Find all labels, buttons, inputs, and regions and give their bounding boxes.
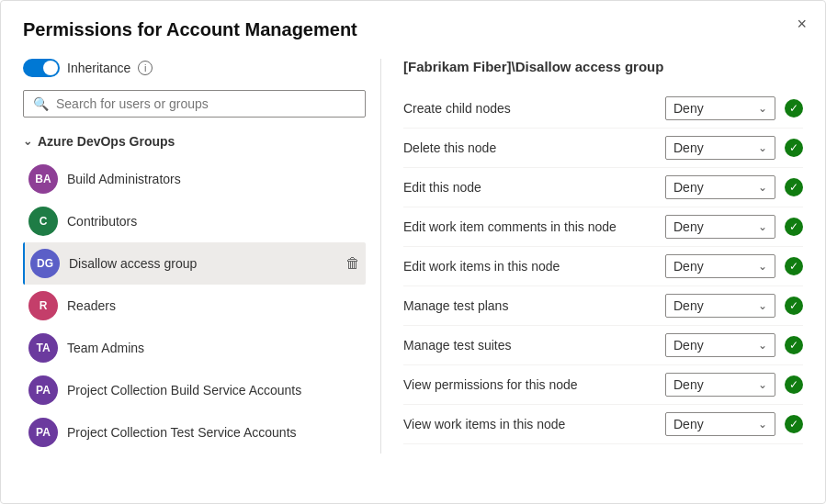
permission-label: Edit this node [403,180,665,195]
permission-value: Deny [673,219,704,234]
check-icon: ✓ [785,178,803,196]
permission-label: View work items in this node [403,417,665,431]
permission-dropdown[interactable]: Deny⌄ [665,373,775,397]
check-icon: ✓ [785,257,803,275]
permission-dropdown[interactable]: Deny⌄ [665,412,775,436]
group-name: Project Collection Build Service Account… [67,383,301,398]
avatar: TA [28,333,58,363]
permission-value: Deny [673,417,704,431]
permission-dropdown[interactable]: Deny⌄ [665,136,775,160]
chevron-down-icon: ⌄ [758,339,767,352]
group-item[interactable]: TATeam Admins [23,327,366,369]
right-panel: [Fabrikam Fiber]\Disallow access group C… [381,59,803,454]
left-panel: Inheritance i 🔍 ⌄ Azure DevOps Groups BA… [23,59,381,454]
permission-label: Delete this node [403,140,665,155]
dialog: Permissions for Account Management × Inh… [0,0,826,504]
search-input[interactable] [56,96,356,111]
permission-dropdown[interactable]: Deny⌄ [665,215,775,239]
inheritance-row: Inheritance i [23,59,366,77]
check-icon: ✓ [785,99,803,118]
group-name: Disallow access group [69,256,197,271]
group-item[interactable]: DGDisallow access group🗑 [23,242,366,285]
search-icon: 🔍 [33,96,49,111]
permission-row: View permissions for this nodeDeny⌄✓ [403,365,803,405]
check-icon: ✓ [785,139,803,157]
check-icon: ✓ [785,297,803,315]
search-box: 🔍 [23,90,366,118]
avatar: PA [28,418,58,447]
permission-label: View permissions for this node [403,377,665,392]
group-name: Contributors [67,214,137,229]
info-icon[interactable]: i [138,61,153,75]
permissions-container: Create child nodesDeny⌄✓Delete this node… [403,89,803,444]
group-list: BABuild AdministratorsCContributorsDGDis… [23,158,366,454]
permission-dropdown[interactable]: Deny⌄ [665,333,775,357]
permission-row: View work items in this nodeDeny⌄✓ [403,405,803,444]
permission-label: Manage test plans [403,298,665,313]
permission-row: Edit work items in this nodeDeny⌄✓ [403,247,803,286]
permission-value: Deny [673,180,704,195]
permission-dropdown[interactable]: Deny⌄ [665,294,775,318]
group-item[interactable]: RReaders [23,285,366,327]
dialog-title: Permissions for Account Management [23,19,803,40]
avatar: C [28,207,58,236]
chevron-down-icon: ⌄ [758,181,767,194]
group-section-label: Azure DevOps Groups [38,134,175,149]
permission-label: Edit work item comments in this node [403,219,665,234]
permission-row: Manage test suitesDeny⌄✓ [403,326,803,365]
inheritance-toggle[interactable] [23,59,60,77]
check-icon: ✓ [785,375,803,394]
permission-row: Manage test plansDeny⌄✓ [403,286,803,326]
permission-value: Deny [673,101,704,116]
group-name: Project Collection Test Service Accounts [67,425,297,440]
permission-value: Deny [673,338,704,353]
permission-value: Deny [673,259,704,274]
avatar: DG [30,249,60,278]
avatar: R [28,291,58,320]
permission-dropdown[interactable]: Deny⌄ [665,254,775,278]
group-name: Team Admins [67,341,144,355]
permission-row: Edit this nodeDeny⌄✓ [403,168,803,207]
permission-dropdown[interactable]: Deny⌄ [665,96,775,120]
chevron-down-icon: ⌄ [758,299,767,312]
chevron-down-icon: ⌄ [758,260,767,273]
chevron-down-icon: ⌄ [758,378,767,391]
permission-row: Delete this nodeDeny⌄✓ [403,129,803,168]
selected-group-header: [Fabrikam Fiber]\Disallow access group [403,59,803,74]
permission-row: Edit work item comments in this nodeDeny… [403,207,803,247]
chevron-down-icon: ⌄ [758,220,767,233]
group-header: ⌄ Azure DevOps Groups [23,130,366,152]
check-icon: ✓ [785,336,803,354]
permission-value: Deny [673,140,704,155]
delete-icon[interactable]: 🗑 [345,255,360,272]
group-item[interactable]: PAProject Collection Test Service Accoun… [23,411,366,454]
avatar: BA [28,164,58,194]
permission-value: Deny [673,377,704,392]
chevron-down-icon: ⌄ [758,141,767,154]
avatar: PA [28,375,58,405]
check-icon: ✓ [785,218,803,236]
permission-label: Edit work items in this node [403,259,665,274]
permission-value: Deny [673,298,704,313]
chevron-down-icon: ⌄ [758,418,767,431]
group-name: Readers [67,298,116,313]
group-item[interactable]: PAProject Collection Build Service Accou… [23,369,366,411]
permission-label: Create child nodes [403,101,665,116]
permission-row: Create child nodesDeny⌄✓ [403,89,803,129]
chevron-down-icon: ⌄ [23,135,32,148]
close-button[interactable]: × [797,16,807,32]
group-name: Build Administrators [67,172,181,186]
main-layout: Inheritance i 🔍 ⌄ Azure DevOps Groups BA… [23,59,803,454]
inheritance-label: Inheritance [67,61,130,75]
check-icon: ✓ [785,415,803,433]
chevron-down-icon: ⌄ [758,102,767,115]
group-item[interactable]: CContributors [23,200,366,242]
permission-dropdown[interactable]: Deny⌄ [665,175,775,199]
permission-label: Manage test suites [403,338,665,353]
group-item[interactable]: BABuild Administrators [23,158,366,200]
